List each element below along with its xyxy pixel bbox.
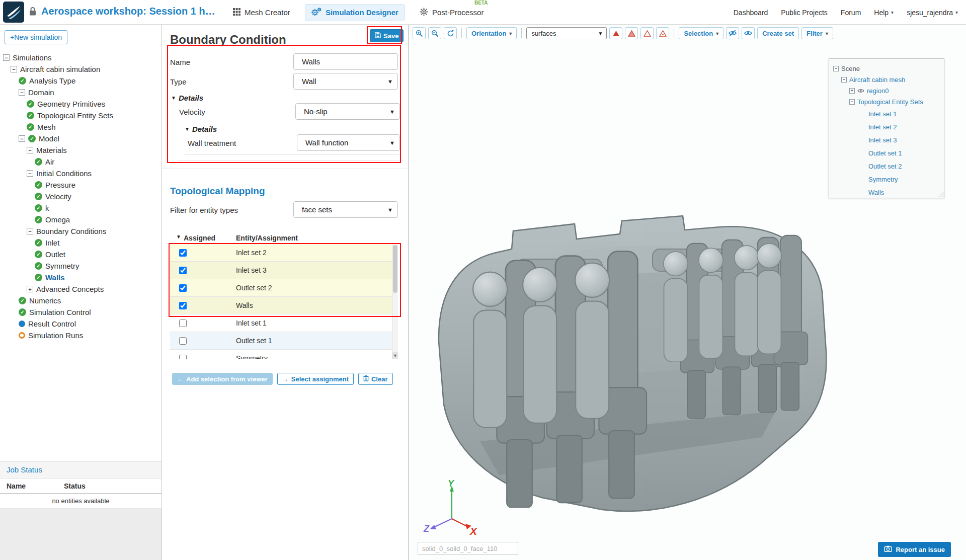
velocity-select[interactable]: No-slip▼ bbox=[295, 103, 400, 120]
assigned-checkbox[interactable] bbox=[179, 249, 187, 257]
sidebar-item-simulation-control[interactable]: Simulation Control bbox=[0, 306, 162, 318]
table-row-outlet-set-2[interactable]: Outlet set 2 bbox=[170, 279, 392, 297]
table-scrollbar[interactable]: ▼ bbox=[392, 244, 398, 359]
scene-tree-item-topological-entity-sets[interactable]: Topological Entity Sets bbox=[829, 96, 944, 107]
project-title[interactable]: Aerospace workshop: Session 1 h… bbox=[41, 6, 215, 17]
triangle-solid-button[interactable] bbox=[609, 27, 622, 39]
aircraft-cabin-model[interactable] bbox=[424, 201, 836, 543]
wall-treatment-select[interactable]: Wall function▼ bbox=[297, 134, 400, 151]
app-logo[interactable] bbox=[3, 2, 24, 23]
refresh-view-button[interactable] bbox=[444, 27, 457, 39]
scrollbar-down-arrow[interactable]: ▼ bbox=[392, 352, 398, 359]
sidebar-item-simulation-runs[interactable]: Simulation Runs bbox=[0, 330, 162, 341]
scene-tree-item-symmetry[interactable]: Symmetry bbox=[829, 173, 944, 186]
triangle-outline-button-1[interactable] bbox=[640, 27, 654, 39]
assigned-checkbox[interactable] bbox=[179, 284, 187, 292]
sidebar-item-result-control[interactable]: Result Control bbox=[0, 318, 162, 330]
tab-simulation-designer[interactable]: Simulation Designer bbox=[305, 4, 405, 21]
table-row-inlet-set-1[interactable]: Inlet set 1 bbox=[170, 314, 392, 332]
tab-mesh-creator[interactable]: Mesh Creator bbox=[226, 4, 297, 21]
create-set-button[interactable]: Create set bbox=[757, 27, 799, 39]
triangle-outline-button-2[interactable] bbox=[656, 27, 669, 39]
sidebar-item-domain[interactable]: Domain bbox=[0, 87, 162, 98]
assigned-checkbox[interactable] bbox=[179, 337, 187, 345]
assigned-checkbox[interactable] bbox=[179, 319, 187, 327]
sidebar-item-air[interactable]: Air bbox=[0, 156, 162, 168]
render-mode-select[interactable]: surfaces▼ bbox=[526, 27, 607, 39]
nav-dashboard[interactable]: Dashboard bbox=[734, 9, 768, 17]
scene-tree-item-inlet-set-3[interactable]: Inlet set 3 bbox=[829, 133, 944, 146]
collapse-icon[interactable] bbox=[27, 147, 33, 153]
type-select[interactable]: Wall▼ bbox=[293, 73, 398, 90]
sidebar-item-model[interactable]: Model bbox=[0, 133, 162, 144]
triangle-half-button[interactable] bbox=[625, 27, 638, 39]
sidebar-item-initial-conditions[interactable]: Initial Conditions bbox=[0, 168, 162, 179]
report-issue-button[interactable]: Report an issue bbox=[878, 542, 951, 557]
clear-button[interactable]: Clear bbox=[358, 373, 393, 385]
selection-button[interactable]: Selection▾ bbox=[679, 27, 723, 39]
nav-forum[interactable]: Forum bbox=[841, 9, 861, 17]
scene-tree-item-inlet-set-1[interactable]: Inlet set 1 bbox=[829, 107, 944, 120]
orientation-button[interactable]: Orientation▾ bbox=[466, 27, 517, 39]
expand-icon[interactable] bbox=[27, 286, 33, 292]
name-input[interactable] bbox=[293, 53, 398, 70]
table-row-outlet-set-1[interactable]: Outlet set 1 bbox=[170, 332, 392, 350]
add-selection-button[interactable]: ←Add selection from viewer bbox=[172, 373, 273, 385]
scene-tree-panel[interactable]: Scene Aircraft cabin mesh region0 Topolo… bbox=[829, 58, 944, 198]
tab-post-processor[interactable]: BETA Post-Processor bbox=[413, 4, 491, 21]
sort-desc-icon[interactable]: ▼ bbox=[176, 234, 181, 239]
sidebar-item-k[interactable]: k bbox=[0, 202, 162, 214]
collapse-icon[interactable] bbox=[11, 66, 17, 72]
assigned-checkbox[interactable] bbox=[179, 355, 187, 360]
table-row-inlet-set-2[interactable]: Inlet set 2 bbox=[170, 244, 392, 262]
collapse-icon[interactable] bbox=[27, 228, 33, 234]
assigned-checkbox[interactable] bbox=[179, 302, 187, 309]
details-section-header[interactable]: ▼Details bbox=[171, 94, 203, 102]
sidebar-item-topological-entity-sets[interactable]: Topological Entity Sets bbox=[0, 110, 162, 121]
show-all-button[interactable] bbox=[742, 27, 755, 39]
nav-public-projects[interactable]: Public Projects bbox=[781, 9, 828, 17]
save-button[interactable]: Save bbox=[370, 29, 404, 42]
sidebar-item-omega[interactable]: Omega bbox=[0, 214, 162, 225]
scene-tree-item-outlet-set-2[interactable]: Outlet set 2 bbox=[829, 159, 944, 173]
table-row-inlet-set-3[interactable]: Inlet set 3 bbox=[170, 262, 392, 279]
sidebar-item-boundary-conditions[interactable]: Boundary Conditions bbox=[0, 225, 162, 237]
nav-help-menu[interactable]: Help▾ bbox=[874, 9, 894, 17]
scene-tree-item-walls[interactable]: Walls bbox=[829, 186, 944, 199]
zoom-fit-button[interactable] bbox=[428, 27, 441, 39]
resize-handle[interactable] bbox=[937, 191, 943, 197]
eye-icon[interactable] bbox=[857, 88, 864, 94]
viewer-3d[interactable]: Orientation▾ surfaces▼ Selection▾ Create… bbox=[409, 25, 966, 560]
scene-tree-item-region0[interactable]: region0 bbox=[829, 85, 944, 96]
assigned-column-header[interactable]: Assigned bbox=[184, 234, 215, 242]
collapse-icon[interactable] bbox=[841, 77, 847, 83]
sidebar-item-simulations[interactable]: Simulations bbox=[0, 52, 162, 63]
details-subsection-header[interactable]: ▼Details bbox=[185, 125, 217, 133]
collapse-icon[interactable] bbox=[27, 170, 33, 177]
select-assignment-button[interactable]: →Select assignment bbox=[277, 373, 354, 385]
sidebar-item-analysis-type[interactable]: Analysis Type bbox=[0, 75, 162, 87]
scene-tree-item-aircraft-cabin-mesh[interactable]: Aircraft cabin mesh bbox=[829, 74, 944, 85]
sidebar-item-walls[interactable]: Walls bbox=[0, 272, 162, 283]
sidebar-item-velocity[interactable]: Velocity bbox=[0, 191, 162, 202]
sidebar-item-aircraft-cabin-simulation[interactable]: Aircraft cabin simulation bbox=[0, 63, 162, 75]
table-row-symmetry[interactable]: Symmetry bbox=[170, 350, 392, 359]
collapse-icon[interactable] bbox=[833, 66, 839, 71]
scene-tree-item-scene[interactable]: Scene bbox=[829, 63, 944, 74]
sidebar-item-outlet[interactable]: Outlet bbox=[0, 249, 162, 260]
sidebar-item-mesh[interactable]: Mesh bbox=[0, 121, 162, 133]
sidebar-item-pressure[interactable]: Pressure bbox=[0, 179, 162, 191]
sidebar-item-inlet[interactable]: Inlet bbox=[0, 237, 162, 249]
sidebar-item-geometry-primitives[interactable]: Geometry Primitives bbox=[0, 98, 162, 110]
new-simulation-button[interactable]: +New simulation bbox=[5, 30, 67, 44]
collapse-icon[interactable] bbox=[3, 54, 10, 61]
sidebar-item-advanced-concepts[interactable]: Advanced Concepts bbox=[0, 283, 162, 295]
sidebar-item-numerics[interactable]: Numerics bbox=[0, 295, 162, 306]
assigned-checkbox[interactable] bbox=[179, 267, 187, 274]
sidebar-item-symmetry[interactable]: Symmetry bbox=[0, 260, 162, 272]
expand-icon[interactable] bbox=[849, 88, 855, 94]
scrollbar-thumb[interactable] bbox=[393, 245, 397, 293]
hide-selected-button[interactable] bbox=[726, 27, 739, 39]
scene-tree-item-inlet-set-2[interactable]: Inlet set 2 bbox=[829, 120, 944, 133]
sidebar-item-materials[interactable]: Materials bbox=[0, 144, 162, 156]
